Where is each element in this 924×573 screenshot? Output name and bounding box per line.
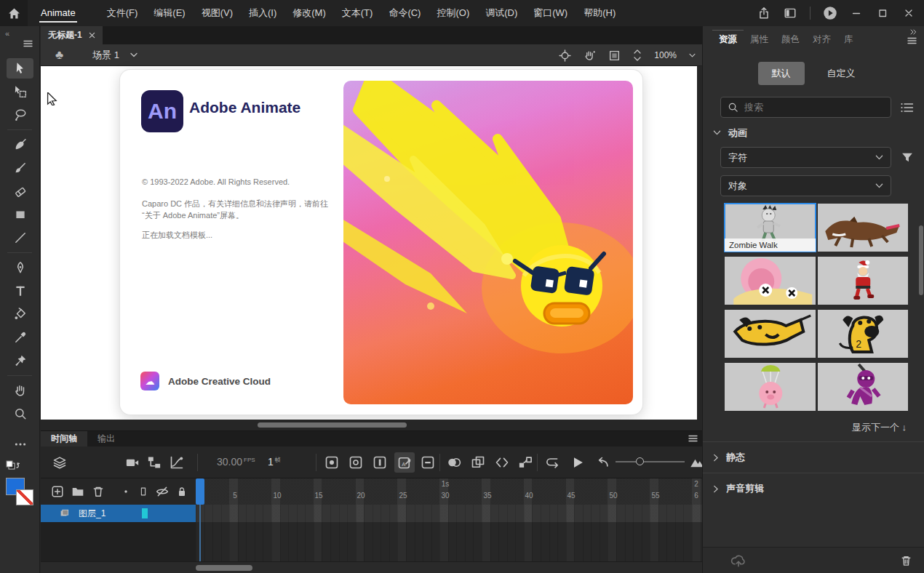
menu-item-insert[interactable]: 插入(I) <box>242 4 283 23</box>
graph-editor-icon[interactable] <box>170 455 184 470</box>
layers-icon[interactable] <box>52 455 67 470</box>
rectangle-tool[interactable] <box>0 203 40 226</box>
close-tab-icon[interactable] <box>89 32 95 39</box>
classic-brush-tool[interactable] <box>0 156 40 180</box>
menu-item-help[interactable]: 帮助(H) <box>577 4 622 23</box>
menu-item-window[interactable]: 窗口(W) <box>527 4 574 23</box>
asset-thumb-zombie-walk[interactable]: Zombie Walk <box>725 204 816 252</box>
list-view-icon[interactable] <box>900 102 914 113</box>
tab-output[interactable]: 输出 <box>87 431 125 446</box>
menu-item-modify[interactable]: 修改(M) <box>286 4 332 23</box>
outline-view-icon[interactable] <box>138 486 148 497</box>
share-button[interactable] <box>753 4 775 23</box>
show-next-button[interactable]: 显示下一个 ↓ <box>703 411 924 441</box>
asset-search-box[interactable] <box>720 97 891 118</box>
center-stage-icon[interactable] <box>559 49 571 62</box>
menu-item-control[interactable]: 控制(O) <box>430 4 476 23</box>
filter-funnel-icon[interactable] <box>901 151 914 164</box>
category-dropdown[interactable]: 字符 <box>720 147 891 168</box>
layer-frames-track[interactable] <box>196 505 702 522</box>
layer-name[interactable]: 图层_1 <box>79 508 105 520</box>
eraser-tool[interactable] <box>0 180 40 203</box>
asset-thumb-santa-walk[interactable] <box>818 257 909 305</box>
document-tab[interactable]: 无标题-1 <box>41 26 103 44</box>
insert-keyframe-icon[interactable] <box>324 455 339 470</box>
asset-thumb-dog-sit[interactable]: 2 <box>818 310 909 358</box>
maximize-button[interactable] <box>872 4 893 23</box>
asset-thumb-ninja[interactable] <box>818 363 909 411</box>
new-layer-icon[interactable] <box>51 485 64 498</box>
zoom-control[interactable]: 100% <box>654 50 696 60</box>
frame-rate-control[interactable]: 30.00FPS <box>217 456 255 468</box>
timeline-horizontal-scrollbar[interactable] <box>41 561 702 573</box>
eyedropper-tool[interactable] <box>0 326 40 349</box>
lock-layers-icon[interactable] <box>176 485 188 498</box>
scrollbar-thumb[interactable] <box>196 565 252 571</box>
remove-frame-icon[interactable] <box>421 455 435 470</box>
timeline-ruler[interactable]: 1s 2 5 10 15 20 25 30 35 40 45 50 55 6 <box>196 478 702 505</box>
tween-arrows-icon[interactable] <box>495 455 509 470</box>
tab-library[interactable]: 库 <box>837 31 860 50</box>
zoom-tool[interactable] <box>0 402 40 425</box>
paint-bucket-tool[interactable] <box>0 302 40 326</box>
hide-layers-icon[interactable] <box>156 485 169 498</box>
tab-timeline[interactable]: 时间轴 <box>41 431 87 446</box>
upload-cloud-icon[interactable] <box>730 554 746 567</box>
asset-thumb-dog-run[interactable] <box>725 310 816 358</box>
type-dropdown[interactable]: 对象 <box>720 175 891 196</box>
mode-custom-button[interactable]: 自定义 <box>813 62 869 85</box>
collapse-tools-button[interactable]: « <box>5 29 9 38</box>
camera-icon[interactable] <box>125 455 140 470</box>
close-button[interactable] <box>898 4 920 23</box>
tab-color[interactable]: 颜色 <box>775 31 806 50</box>
hand-tool[interactable] <box>0 379 40 402</box>
section-animated[interactable]: 动画 <box>703 118 924 147</box>
new-folder-icon[interactable] <box>71 485 84 498</box>
timeline-zoom-slider[interactable] <box>616 461 685 462</box>
scene-dropdown-icon[interactable] <box>130 52 138 58</box>
delete-layer-icon[interactable] <box>92 485 105 498</box>
menu-item-debug[interactable]: 调试(D) <box>479 4 524 23</box>
section-sound-clips[interactable]: 声音剪辑 <box>703 473 924 504</box>
layer-row[interactable]: 图层_1 <box>41 505 702 522</box>
auto-keyframe-button[interactable]: A <box>394 452 415 473</box>
edit-multiple-frames-icon[interactable] <box>471 455 485 470</box>
layer-row-header[interactable]: 图层_1 <box>41 505 196 522</box>
quick-share-button[interactable] <box>819 4 841 23</box>
layer-outline-color-chip[interactable] <box>142 508 148 518</box>
stage-horizontal-scrollbar[interactable] <box>41 420 697 430</box>
app-brand-tab[interactable]: Animate <box>35 0 81 26</box>
insert-frame-icon[interactable] <box>373 455 387 470</box>
highlight-layer-icon[interactable] <box>121 486 131 497</box>
swap-colors-icon[interactable] <box>6 460 22 472</box>
search-input[interactable] <box>744 102 884 113</box>
lasso-tool[interactable] <box>0 103 40 127</box>
menu-item-edit[interactable]: 编辑(E) <box>147 4 191 23</box>
rewind-icon[interactable] <box>595 455 610 470</box>
text-tool[interactable] <box>0 279 40 302</box>
minimize-button[interactable] <box>845 4 867 23</box>
menu-item-command[interactable]: 命令(C) <box>382 4 427 23</box>
loop-icon[interactable] <box>546 455 560 470</box>
zoom-stepper-icon[interactable] <box>633 49 642 62</box>
playhead[interactable] <box>196 478 204 505</box>
asset-thumb-snail[interactable] <box>725 257 816 305</box>
asset-thumb-wolf-run[interactable] <box>818 204 909 252</box>
tab-assets[interactable]: 资源 <box>712 30 744 50</box>
slider-knob[interactable] <box>636 457 644 465</box>
menu-item-text[interactable]: 文本(T) <box>335 4 380 23</box>
panel-menu-icon[interactable] <box>907 37 917 44</box>
panel-scrollbar-thumb[interactable] <box>919 225 923 295</box>
line-tool[interactable] <box>0 226 40 249</box>
mode-default-button[interactable]: 默认 <box>758 62 805 85</box>
create-tween-icon[interactable] <box>518 455 533 470</box>
rotation-tool-icon[interactable] <box>584 49 596 62</box>
tab-align[interactable]: 对齐 <box>806 31 837 50</box>
more-tools-button[interactable] <box>0 433 40 456</box>
scrollbar-thumb[interactable] <box>258 422 407 428</box>
asset-warp-tool[interactable] <box>0 349 40 372</box>
home-button[interactable] <box>0 0 28 26</box>
free-transform-tool[interactable] <box>0 80 40 103</box>
stage-canvas[interactable]: An Adobe Animate © 1993-2022 Adobe. All … <box>41 66 697 420</box>
menu-item-file[interactable]: 文件(F) <box>100 4 145 23</box>
